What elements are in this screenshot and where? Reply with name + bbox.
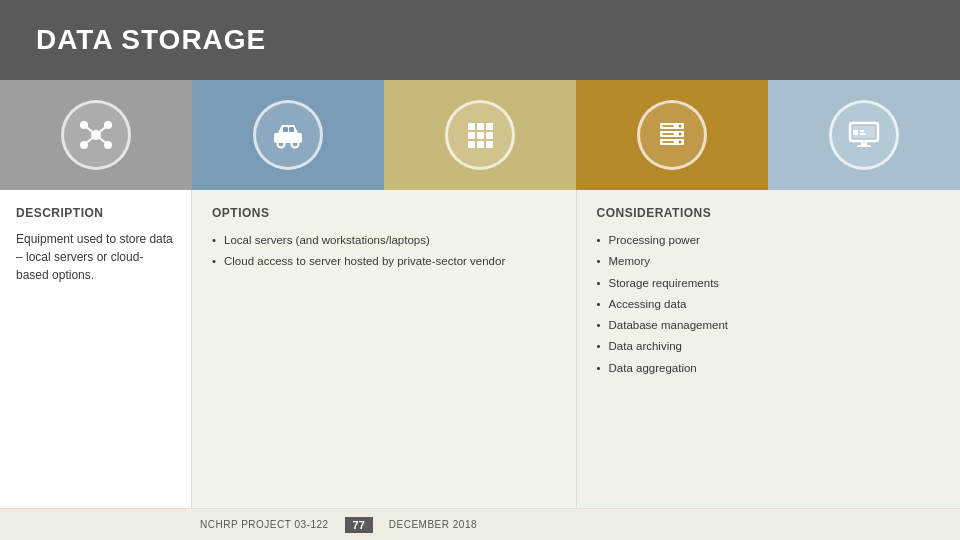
footer: NCHRP PROJECT 03-122 77 DECEMBER 2018 — [0, 508, 960, 540]
monitor-icon — [844, 115, 884, 155]
list-item: Accessing data — [597, 294, 941, 315]
svg-rect-16 — [486, 123, 493, 130]
svg-rect-35 — [860, 130, 864, 132]
svg-rect-12 — [283, 127, 288, 132]
svg-rect-20 — [468, 141, 475, 148]
svg-rect-13 — [289, 127, 294, 132]
svg-rect-21 — [477, 141, 484, 148]
description-body: Equipment used to store data – local ser… — [16, 230, 175, 284]
icon-row — [0, 80, 960, 190]
options-header: OPTIONS — [212, 206, 556, 220]
icon-cell-monitor — [768, 80, 960, 190]
svg-rect-36 — [860, 133, 866, 135]
considerations-list: Processing power Memory Storage requirem… — [597, 230, 941, 379]
description-header: DESCRIPTION — [16, 206, 175, 220]
svg-rect-29 — [662, 125, 674, 127]
icon-circle-network — [61, 100, 131, 170]
svg-rect-19 — [486, 132, 493, 139]
svg-rect-17 — [468, 132, 475, 139]
icon-circle-server — [637, 100, 707, 170]
svg-point-28 — [679, 141, 682, 144]
icon-circle-car — [253, 100, 323, 170]
list-item: Cloud access to server hosted by private… — [212, 251, 556, 272]
footer-date: DECEMBER 2018 — [389, 519, 477, 530]
considerations-header: CONSIDERATIONS — [597, 206, 941, 220]
icon-cell-server — [576, 80, 768, 190]
list-item: Storage requirements — [597, 273, 941, 294]
grid-icon — [460, 115, 500, 155]
car-icon — [268, 115, 308, 155]
svg-rect-38 — [857, 145, 871, 147]
list-item: Memory — [597, 251, 941, 272]
icon-cell-network — [0, 80, 192, 190]
list-item: Data aggregation — [597, 358, 941, 379]
icon-cell-grid — [384, 80, 576, 190]
footer-project: NCHRP PROJECT 03-122 — [200, 519, 329, 530]
icon-circle-monitor — [829, 100, 899, 170]
svg-line-8 — [96, 135, 108, 145]
icon-circle-grid — [445, 100, 515, 170]
list-item: Database management — [597, 315, 941, 336]
list-item: Local servers (and workstations/laptops) — [212, 230, 556, 251]
list-item: Data archiving — [597, 336, 941, 357]
svg-point-27 — [679, 133, 682, 136]
page: DATA STORAGE — [0, 0, 960, 540]
options-column: OPTIONS Local servers (and workstations/… — [192, 190, 577, 508]
content-row: DESCRIPTION Equipment used to store data… — [0, 190, 960, 508]
header-section: DATA STORAGE — [0, 0, 960, 80]
svg-rect-15 — [477, 123, 484, 130]
svg-rect-30 — [662, 133, 674, 135]
footer-page-number: 77 — [345, 517, 373, 533]
svg-point-26 — [679, 125, 682, 128]
svg-rect-14 — [468, 123, 475, 130]
svg-rect-34 — [853, 130, 858, 135]
options-list: Local servers (and workstations/laptops)… — [212, 230, 556, 273]
svg-rect-22 — [486, 141, 493, 148]
list-item: Processing power — [597, 230, 941, 251]
network-icon — [76, 115, 116, 155]
icon-cell-car — [192, 80, 384, 190]
svg-rect-18 — [477, 132, 484, 139]
considerations-column: CONSIDERATIONS Processing power Memory S… — [577, 190, 961, 508]
svg-rect-31 — [662, 141, 674, 143]
server-icon — [652, 115, 692, 155]
description-column: DESCRIPTION Equipment used to store data… — [0, 190, 192, 508]
svg-line-7 — [84, 135, 96, 145]
svg-line-5 — [84, 125, 96, 135]
svg-rect-37 — [861, 141, 867, 145]
page-title: DATA STORAGE — [36, 24, 266, 56]
svg-line-6 — [96, 125, 108, 135]
